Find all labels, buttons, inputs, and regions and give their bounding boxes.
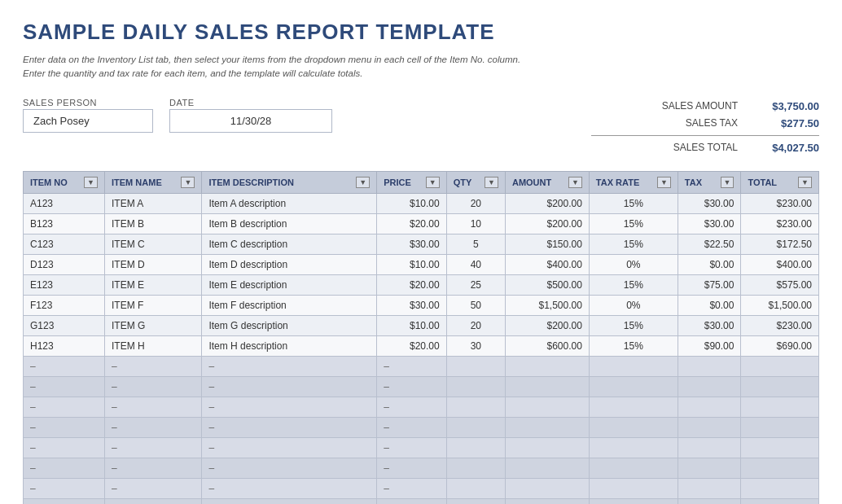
table-row: D123ITEM DItem D description$10.0040$400… xyxy=(24,254,819,274)
table-cell: C123 xyxy=(24,234,105,254)
table-row: F123ITEM FItem F description$30.0050$1,5… xyxy=(24,295,819,315)
table-cell: $172.50 xyxy=(741,234,819,254)
table-cell: $200.00 xyxy=(505,213,589,234)
table-empty-cell xyxy=(741,437,819,458)
table-empty-cell: – xyxy=(202,397,377,417)
table-cell: 25 xyxy=(446,274,505,295)
table-cell: $1,500.00 xyxy=(505,295,589,315)
table-empty-cell xyxy=(741,417,819,437)
amount-dropdown[interactable]: ▼ xyxy=(568,177,582,188)
table-cell: D123 xyxy=(24,254,105,274)
table-empty-cell: – xyxy=(202,478,377,498)
table-cell: $20.00 xyxy=(377,335,446,356)
table-empty-cell: – xyxy=(24,417,105,437)
table-cell: $30.00 xyxy=(678,315,741,335)
sales-tax-row: SALES TAX $277.50 xyxy=(591,115,819,132)
table-empty-cell xyxy=(505,356,589,376)
table-empty-cell: – xyxy=(377,437,446,458)
table-cell: Item D description xyxy=(202,254,377,274)
sales-total-label: SALES TOTAL xyxy=(640,142,738,153)
table-cell: 30 xyxy=(446,335,505,356)
table-empty-cell xyxy=(589,437,678,458)
table-empty-cell xyxy=(678,376,741,397)
table-cell: 0% xyxy=(589,295,678,315)
table-empty-cell: – xyxy=(202,498,377,504)
table-cell: $10.00 xyxy=(377,315,446,335)
table-empty-cell xyxy=(505,478,589,498)
col-header-amount: AMOUNT▼ xyxy=(505,171,589,193)
table-row: A123ITEM AItem A description$10.0020$200… xyxy=(24,193,819,213)
table-cell: Item C description xyxy=(202,234,377,254)
total-dropdown[interactable]: ▼ xyxy=(798,177,812,188)
table-empty-cell xyxy=(678,417,741,437)
table-row: E123ITEM EItem E description$20.0025$500… xyxy=(24,274,819,295)
table-empty-cell: – xyxy=(24,397,105,417)
table-empty-cell xyxy=(505,397,589,417)
price-dropdown[interactable]: ▼ xyxy=(426,177,440,188)
table-empty-cell: – xyxy=(202,458,377,478)
table-cell: $90.00 xyxy=(678,335,741,356)
table-cell: $20.00 xyxy=(377,274,446,295)
table-cell: 20 xyxy=(446,315,505,335)
desc-dropdown[interactable]: ▼ xyxy=(356,177,370,188)
table-cell: ITEM B xyxy=(105,213,202,234)
table-cell: $230.00 xyxy=(741,213,819,234)
table-empty-cell: – xyxy=(202,437,377,458)
table-cell: 15% xyxy=(589,213,678,234)
sales-total-row: SALES TOTAL $4,027.50 xyxy=(591,139,819,156)
table-empty-row: –––– xyxy=(24,498,819,504)
table-empty-cell: – xyxy=(24,498,105,504)
table-empty-row: –––– xyxy=(24,417,819,437)
table-empty-cell: – xyxy=(105,397,202,417)
itemno-dropdown[interactable]: ▼ xyxy=(84,177,98,188)
table-empty-cell xyxy=(741,498,819,504)
col-header-desc: ITEM DESCRIPTION▼ xyxy=(202,171,377,193)
table-empty-cell: – xyxy=(377,376,446,397)
table-empty-cell xyxy=(446,498,505,504)
table-cell: $10.00 xyxy=(377,254,446,274)
table-cell: ITEM H xyxy=(105,335,202,356)
table-empty-cell: – xyxy=(105,498,202,504)
table-cell: ITEM F xyxy=(105,295,202,315)
table-empty-cell xyxy=(589,478,678,498)
table-cell: $150.00 xyxy=(505,234,589,254)
table-cell: $600.00 xyxy=(505,335,589,356)
table-cell: $400.00 xyxy=(505,254,589,274)
table-empty-row: –––– xyxy=(24,478,819,498)
table-cell: $230.00 xyxy=(741,193,819,213)
table-cell: ITEM E xyxy=(105,274,202,295)
table-empty-cell: – xyxy=(24,458,105,478)
qty-dropdown[interactable]: ▼ xyxy=(485,177,498,188)
taxrate-dropdown[interactable]: ▼ xyxy=(657,177,671,188)
table-empty-cell: – xyxy=(24,376,105,397)
table-empty-cell: – xyxy=(377,397,446,417)
table-cell: Item G description xyxy=(202,315,377,335)
sales-person-group: SALES PERSON Zach Posey xyxy=(23,98,153,133)
table-empty-cell: – xyxy=(24,478,105,498)
table-row: G123ITEM GItem G description$10.0020$200… xyxy=(24,315,819,335)
table-empty-row: –––– xyxy=(24,437,819,458)
table-empty-cell: – xyxy=(202,376,377,397)
sales-amount-label: SALES AMOUNT xyxy=(640,100,738,112)
table-empty-cell xyxy=(678,437,741,458)
table-cell: $20.00 xyxy=(377,213,446,234)
table-empty-cell xyxy=(505,458,589,478)
table-cell: 20 xyxy=(446,193,505,213)
table-cell: 5 xyxy=(446,234,505,254)
table-cell: $200.00 xyxy=(505,315,589,335)
table-empty-cell: – xyxy=(105,478,202,498)
table-empty-cell xyxy=(741,397,819,417)
table-row: H123ITEM HItem H description$20.0030$600… xyxy=(24,335,819,356)
table-cell: 40 xyxy=(446,254,505,274)
table-cell: A123 xyxy=(24,193,105,213)
tax-dropdown[interactable]: ▼ xyxy=(721,177,735,188)
table-empty-cell xyxy=(446,376,505,397)
table-cell: B123 xyxy=(24,213,105,234)
table-cell: G123 xyxy=(24,315,105,335)
itemname-dropdown[interactable]: ▼ xyxy=(181,177,195,188)
table-cell: 15% xyxy=(589,274,678,295)
table-empty-cell xyxy=(741,376,819,397)
table-cell: 10 xyxy=(446,213,505,234)
table-cell: Item F description xyxy=(202,295,377,315)
table-row: B123ITEM BItem B description$20.0010$200… xyxy=(24,213,819,234)
